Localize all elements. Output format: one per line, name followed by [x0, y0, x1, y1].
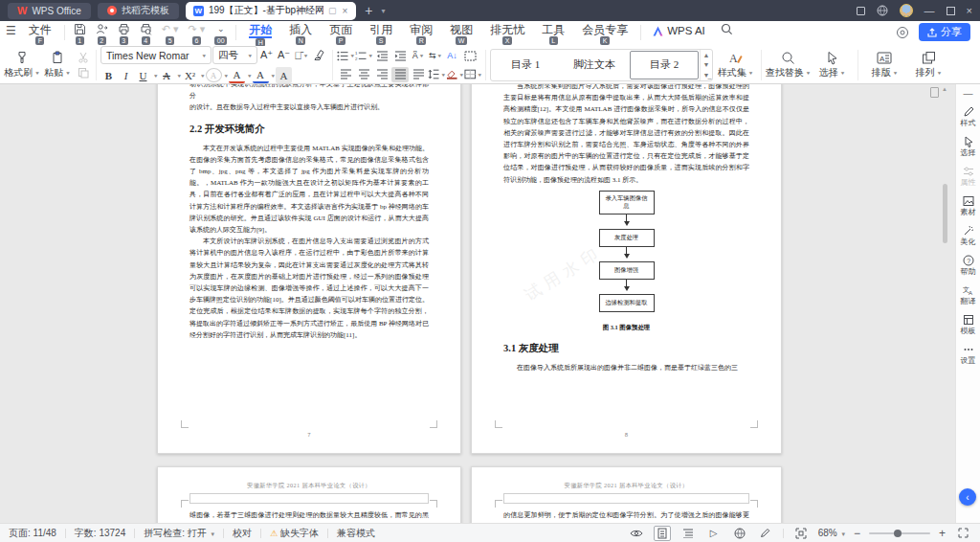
chevron-down-icon[interactable]: ▾: [178, 72, 182, 78]
document-page-2[interactable]: 试用水印 当系统所采集到的图片导入系统后，需要对该图像进行预处理，图像预处理的主…: [471, 84, 782, 454]
highlight-button[interactable]: A: [229, 67, 245, 83]
increase-font-button[interactable]: A⁺: [258, 47, 275, 63]
sidebar-item-help[interactable]: ? 帮助: [961, 255, 976, 276]
superscript-button[interactable]: X²: [182, 67, 198, 83]
distribute-button[interactable]: [410, 67, 427, 82]
borders-button[interactable]: ▾: [464, 67, 481, 82]
sidebar-item-templates[interactable]: 模板: [961, 314, 976, 335]
font-name-select[interactable]: Times New Romar▾: [100, 46, 212, 64]
redo-button[interactable]: ↷ ▾ 6: [184, 23, 211, 45]
tab-view[interactable]: 视图 W: [441, 23, 481, 45]
sidebar-item-beautify[interactable]: 美化: [961, 225, 976, 246]
outline-view-button[interactable]: [679, 526, 697, 541]
chevron-down-icon[interactable]: ▾: [201, 72, 205, 78]
increase-indent-button[interactable]: [391, 48, 409, 63]
style-set-button[interactable]: A 样式集▾: [713, 48, 757, 82]
chevron-down-icon[interactable]: ▾: [248, 72, 252, 78]
tab-document[interactable]: W 199【正文】-基于bp神经网... ▢ ×: [186, 2, 356, 20]
tab-review[interactable]: 审阅 R: [401, 23, 441, 45]
zoom-slider-knob[interactable]: [894, 530, 902, 537]
tab-list-button[interactable]: ▾: [381, 7, 385, 15]
sidebar-item-settings[interactable]: 设置: [961, 344, 976, 365]
tab-member[interactable]: 会员专享 K: [573, 23, 636, 45]
hamburger-icon[interactable]: ☰: [6, 23, 20, 37]
char-shading-button[interactable]: A: [276, 67, 292, 83]
justify-button[interactable]: [391, 67, 409, 82]
vertical-scrollbar[interactable]: ▲: [942, 84, 948, 523]
style-gallery-down-icon[interactable]: ▼: [703, 61, 710, 68]
align-left-button[interactable]: [337, 67, 354, 82]
missing-font-warning[interactable]: ⚠ 缺失字体: [270, 527, 319, 540]
char-scale-button[interactable]: A͆▾: [410, 48, 426, 64]
new-tab-button[interactable]: +: [363, 4, 374, 17]
font-color-button[interactable]: A: [253, 67, 269, 83]
search-button[interactable]: [713, 23, 741, 35]
zoom-in-button[interactable]: +: [939, 527, 946, 540]
text-effects-button[interactable]: A: [206, 68, 222, 82]
select-button[interactable]: 选择▾: [810, 48, 854, 82]
bold-button[interactable]: B: [100, 67, 117, 83]
word-count[interactable]: 字数: 13724: [75, 527, 125, 540]
ruler-toggle-icon[interactable]: [930, 87, 939, 98]
tab-references[interactable]: 引用 S: [361, 23, 401, 45]
zoom-slider[interactable]: [869, 532, 930, 534]
share-button[interactable]: 分享: [919, 23, 970, 41]
appearance-icon[interactable]: [896, 26, 909, 39]
chevron-down-icon[interactable]: ▾: [272, 72, 276, 78]
phonetic-guide-button[interactable]: 文̄▾: [293, 47, 309, 63]
tab-close-icon[interactable]: ×: [341, 6, 348, 16]
arrange-button[interactable]: 排列▾: [906, 48, 950, 82]
close-button[interactable]: ×: [967, 6, 972, 16]
sidebar-item-assets[interactable]: 素材: [961, 195, 976, 216]
restore-button[interactable]: [947, 7, 955, 15]
tab-page[interactable]: 页面 P: [321, 23, 361, 45]
find-replace-button[interactable]: 查找替换▾: [766, 48, 810, 82]
sort-button[interactable]: A↓: [444, 48, 460, 64]
zoom-level[interactable]: 68% ▾: [818, 528, 845, 538]
bullet-list-button[interactable]: ▾: [337, 48, 354, 63]
sidebar-item-properties[interactable]: 属性: [961, 166, 976, 187]
user-avatar[interactable]: [900, 4, 913, 17]
undo-button[interactable]: ↶ ▾ 5: [157, 23, 184, 45]
sidebar-collapse-button[interactable]: —: [964, 90, 973, 98]
clear-format-icon[interactable]: [313, 49, 325, 61]
fit-page-button[interactable]: [792, 526, 810, 541]
tab-paiwuyou[interactable]: 排无忧 X: [481, 23, 533, 45]
strikethrough-button[interactable]: A: [159, 67, 175, 83]
cut-icon[interactable]: [78, 52, 89, 63]
style-footnote[interactable]: 脚注文本: [560, 50, 629, 80]
print-preview-button[interactable]: 4: [135, 23, 157, 45]
text-direction-button[interactable]: ⇆▾: [427, 48, 443, 64]
style-gallery-up-icon[interactable]: ▲: [703, 52, 710, 58]
scroll-up-icon[interactable]: ▲: [942, 86, 947, 92]
minimize-button[interactable]: —: [924, 6, 935, 16]
tab-home[interactable]: 开始 H: [240, 23, 280, 47]
customize-quick-access-button[interactable]: ⌄ 00: [210, 23, 232, 45]
proofread-button[interactable]: 校对: [233, 527, 252, 540]
save-button[interactable]: 1: [69, 23, 91, 45]
sidebar-item-translate[interactable]: 文A 翻译: [961, 284, 976, 305]
app-menu-button[interactable]: W WPS Office: [8, 3, 91, 19]
underline-button[interactable]: U: [135, 67, 151, 83]
style-toc2-selected[interactable]: 目录 2: [630, 51, 699, 79]
copy-icon[interactable]: [78, 67, 89, 79]
decrease-font-button[interactable]: A⁻: [276, 47, 292, 63]
sidebar-item-select[interactable]: 选择: [961, 136, 976, 157]
page-indicator[interactable]: 页面: 11/48: [9, 527, 56, 540]
web-view-button[interactable]: [731, 526, 748, 541]
tab-tools[interactable]: 工具 L: [533, 23, 573, 45]
workspace-icon[interactable]: [857, 7, 865, 15]
paste-button[interactable]: 粘贴▾: [39, 48, 75, 82]
sidebar-expand-button[interactable]: ‹: [959, 488, 976, 506]
chevron-down-icon[interactable]: ▾: [154, 72, 158, 78]
globe-icon[interactable]: [877, 5, 888, 16]
tab-insert[interactable]: 插入 N: [280, 23, 321, 45]
typeset-button[interactable]: A 排版▾: [862, 48, 906, 82]
style-gallery-more-icon[interactable]: ▼̲: [703, 72, 710, 79]
line-spacing-button[interactable]: ▾: [428, 67, 445, 82]
decrease-indent-button[interactable]: [373, 48, 390, 63]
italic-button[interactable]: I: [118, 67, 134, 83]
align-right-button[interactable]: [373, 67, 390, 82]
document-page-1[interactable]: 动识别系统中实现识别流程的优缺点分析，本文基于上述优缺点主要实现软件部分 的设计…: [157, 84, 461, 454]
menu-file[interactable]: 文件 F: [20, 23, 60, 45]
